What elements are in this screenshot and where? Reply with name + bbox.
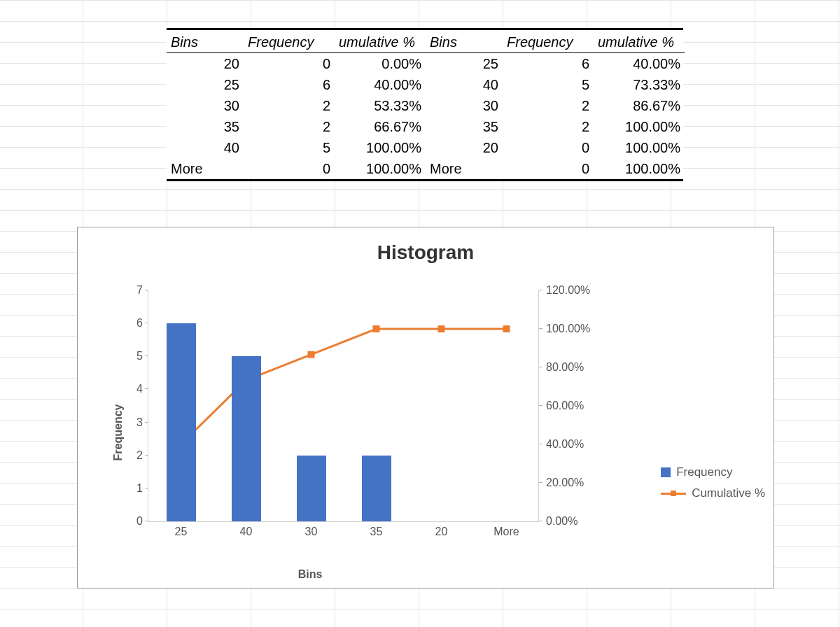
cell[interactable]: 2 <box>503 116 594 137</box>
cell[interactable]: 6 <box>503 53 594 75</box>
x-tick: 35 <box>370 526 383 538</box>
legend-label: Cumulative % <box>692 486 765 500</box>
cell[interactable]: 25 <box>167 74 244 95</box>
cell[interactable]: 2 <box>244 116 335 137</box>
line-marker <box>503 325 510 332</box>
col-freq-left: Frequency <box>244 30 335 53</box>
cell[interactable]: 53.33% <box>335 95 426 116</box>
cell[interactable]: 40.00% <box>335 74 426 95</box>
table-row[interactable]: 25640.00%40573.33% <box>167 74 685 95</box>
cell[interactable]: 0 <box>244 158 335 179</box>
cell[interactable]: 40 <box>426 74 503 95</box>
y-right-tick: 120.00% <box>546 284 590 297</box>
x-axis-title: Bins <box>78 568 542 581</box>
y-right-tick: 0.00% <box>546 515 578 528</box>
bar-swatch-icon <box>661 467 671 477</box>
table-row[interactable]: More0100.00%More0100.00% <box>167 158 685 179</box>
table-row[interactable]: 30253.33%30286.67% <box>167 95 685 116</box>
col-cum-left: umulative % <box>335 30 426 53</box>
bar <box>167 323 196 521</box>
x-tick: 20 <box>435 526 448 538</box>
line-marker <box>373 325 380 332</box>
cell[interactable]: 30 <box>167 95 244 116</box>
y-left-tick: 1 <box>136 482 143 495</box>
y-left-tick: 2 <box>136 449 143 462</box>
y-left-tick: 7 <box>136 284 143 297</box>
y-left-tick: 0 <box>136 515 143 528</box>
cell[interactable]: 66.67% <box>335 116 426 137</box>
y-left-tick: 6 <box>136 317 143 330</box>
legend-item-frequency: Frequency <box>661 465 765 479</box>
y-left-tick: 3 <box>136 416 143 429</box>
cell[interactable]: 0.00% <box>335 53 426 75</box>
cell[interactable]: 25 <box>426 53 503 75</box>
col-bins-right: Bins <box>426 30 503 53</box>
legend-item-cumulative: Cumulative % <box>661 486 765 500</box>
cell[interactable]: 73.33% <box>594 74 685 95</box>
cell[interactable]: 20 <box>426 137 503 158</box>
cell[interactable]: 0 <box>244 53 335 75</box>
cell[interactable]: More <box>426 158 503 179</box>
y-axis-title: Frequency <box>112 404 125 460</box>
histogram-chart: Histogram Frequency Bins 012345670.00%20… <box>77 227 774 589</box>
table-row[interactable]: 35266.67%352100.00% <box>167 116 685 137</box>
x-tick: 40 <box>240 526 253 538</box>
cell[interactable]: 40.00% <box>594 53 685 75</box>
cell[interactable]: 86.67% <box>594 95 685 116</box>
cell[interactable]: 0 <box>503 158 594 179</box>
y-right-tick: 40.00% <box>546 438 584 451</box>
x-tick: More <box>493 526 519 538</box>
cell[interactable]: 0 <box>503 137 594 158</box>
table-row[interactable]: 405100.00%200100.00% <box>167 137 685 158</box>
cell[interactable]: 100.00% <box>594 116 685 137</box>
cell[interactable]: 5 <box>503 74 594 95</box>
y-left-tick: 5 <box>136 350 143 362</box>
cell[interactable]: 40 <box>167 137 244 158</box>
y-right-tick: 80.00% <box>546 361 584 374</box>
cell[interactable]: 2 <box>503 95 594 116</box>
cell[interactable]: 35 <box>426 116 503 137</box>
table-row[interactable]: 2000.00%25640.00% <box>167 53 685 75</box>
cell[interactable]: 100.00% <box>335 137 426 158</box>
cell[interactable]: More <box>167 158 244 179</box>
cell[interactable]: 2 <box>244 95 335 116</box>
cell[interactable]: 100.00% <box>594 158 685 179</box>
col-cum-right: umulative % <box>594 30 685 53</box>
x-tick: 25 <box>175 526 188 538</box>
y-right-tick: 20.00% <box>546 477 584 489</box>
cell[interactable]: 6 <box>244 74 335 95</box>
line-overlay <box>148 290 539 521</box>
frequency-table: Bins Frequency umulative % Bins Frequenc… <box>167 28 683 181</box>
plot-area: Frequency Bins 012345670.00%20.00%40.00%… <box>78 276 774 588</box>
table-header-row: Bins Frequency umulative % Bins Frequenc… <box>167 30 685 53</box>
y-right-tick: 100.00% <box>546 323 590 335</box>
line-marker <box>308 351 315 358</box>
x-tick: 30 <box>305 526 318 538</box>
bar <box>362 456 391 521</box>
cell[interactable]: 20 <box>167 53 244 75</box>
plot-inner: 012345670.00%20.00%40.00%60.00%80.00%100… <box>148 290 539 522</box>
cell[interactable]: 5 <box>244 137 335 158</box>
bar <box>297 456 326 521</box>
cell[interactable]: 35 <box>167 116 244 137</box>
line-marker <box>438 325 445 332</box>
y-left-tick: 4 <box>136 383 143 395</box>
cell[interactable]: 30 <box>426 95 503 116</box>
cell[interactable]: 100.00% <box>335 158 426 179</box>
col-bins-left: Bins <box>167 30 244 53</box>
cumulative-line <box>181 329 507 444</box>
legend-label: Frequency <box>676 465 732 479</box>
y-right-tick: 60.00% <box>546 400 584 412</box>
col-freq-right: Frequency <box>503 30 594 53</box>
legend: Frequency Cumulative % <box>661 458 765 507</box>
line-swatch-icon <box>661 490 686 497</box>
cell[interactable]: 100.00% <box>594 137 685 158</box>
chart-title: Histogram <box>78 241 774 264</box>
bar <box>232 356 261 521</box>
